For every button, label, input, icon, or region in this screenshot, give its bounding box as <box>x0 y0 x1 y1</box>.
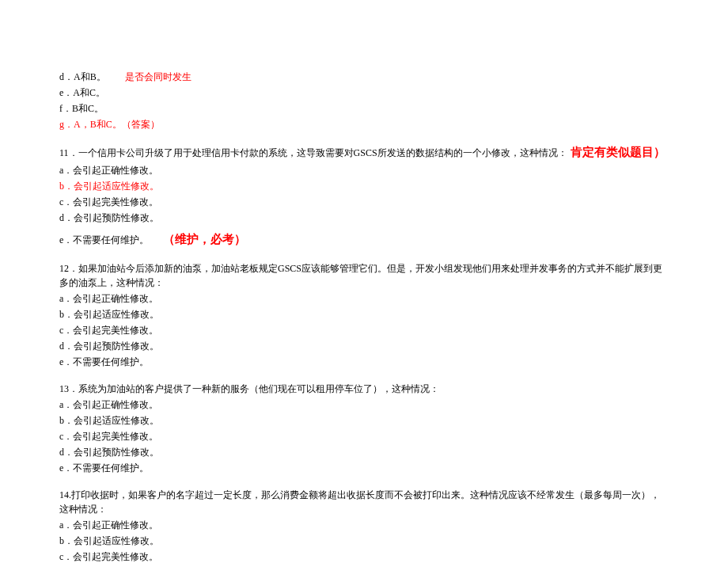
q14-stem: 14.打印收据时，如果客户的名字超过一定长度，那么消费金额将超出收据长度而不会被… <box>59 488 669 516</box>
q13-option-e: e．不需要任何维护。 <box>59 461 669 475</box>
q12-stem: 12．如果加油站今后添加新的油泵，加油站老板规定GSCS应该能够管理它们。但是，… <box>59 261 669 290</box>
q11-e-annotation: （维护，必考） <box>163 233 246 245</box>
document-content: d．A和B。是否会同时发生 e．A和C。 f．B和C。 g．A，B和C。（答案）… <box>0 0 728 563</box>
q12-option-e: e．不需要任何维护。 <box>59 355 669 369</box>
q11-option-d: d．会引起预防性修改。 <box>59 211 669 225</box>
q11-option-a: a．会引起正确性修改。 <box>59 163 669 177</box>
q12-option-d: d．会引起预防性修改。 <box>59 339 669 353</box>
option-d-annotation: 是否会同时发生 <box>125 71 191 82</box>
q13-option-d: d．会引起预防性修改。 <box>59 445 669 459</box>
q14-option-a: a．会引起正确性修改。 <box>59 518 669 532</box>
q11-stem: 11．一个信用卡公司升级了用于处理信用卡付款的系统，这导致需要对GSCS所发送的… <box>59 144 669 162</box>
q13-option-c: c．会引起完美性修改。 <box>59 429 669 443</box>
option-f: f．B和C。 <box>59 101 669 116</box>
q11-option-e: e．不需要任何维护。（维护，必考） <box>59 231 669 249</box>
q13-option-a: a．会引起正确性修改。 <box>59 398 669 412</box>
q12-option-a: a．会引起正确性修改。 <box>59 291 669 306</box>
q11-option-e-text: e．不需要任何维护。 <box>59 234 149 245</box>
option-d-text: d．A和B。 <box>59 71 106 82</box>
option-e: e．A和C。 <box>59 86 669 100</box>
q12-option-c: c．会引起完美性修改。 <box>59 323 669 337</box>
q13-option-b: b．会引起适应性修改。 <box>59 413 669 428</box>
option-g: g．A，B和C。（答案） <box>59 117 669 131</box>
q14-option-c: c．会引起完美性修改。 <box>59 550 669 564</box>
q11-stem-text: 11．一个信用卡公司升级了用于处理信用卡付款的系统，这导致需要对GSCS所发送的… <box>59 146 567 160</box>
q13-stem: 13．系统为加油站的客户提供了一种新的服务（他们现在可以租用停车位了），这种情况… <box>59 382 669 396</box>
q11-option-c: c．会引起完美性修改。 <box>59 195 669 209</box>
q11-option-b: b．会引起适应性修改。 <box>59 179 669 193</box>
q11-annotation: 肯定有类似题目） <box>571 144 665 162</box>
q14-option-b: b．会引起适应性修改。 <box>59 534 669 548</box>
q12-option-b: b．会引起适应性修改。 <box>59 307 669 321</box>
option-d: d．A和B。是否会同时发生 <box>59 70 669 84</box>
